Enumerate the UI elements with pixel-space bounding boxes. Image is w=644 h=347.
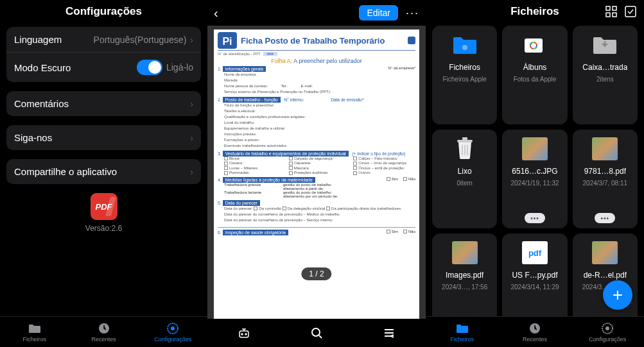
s4-sim: Sim — [392, 177, 398, 181]
grid-view-icon[interactable] — [605, 6, 617, 17]
tab-recent-label: Recentes — [523, 336, 547, 343]
s4-nao: Não — [408, 177, 415, 181]
clock-icon — [528, 322, 542, 335]
s1-right: N° da empresa* — [388, 66, 415, 70]
edit-button[interactable]: Editar — [359, 5, 398, 21]
search-icon[interactable] — [309, 326, 324, 340]
svg-rect-3 — [239, 331, 248, 337]
s1-fields: Nome da empresa:Morada:Nome pessoa de co… — [224, 72, 415, 95]
s5-l3: Data do parecer do conselheiro de preven… — [224, 217, 415, 223]
file-item[interactable]: 9781…8.pdf 2024/3/7, 08:11 ••• — [573, 130, 638, 228]
file-item[interactable]: Ficheiros Ficheiros Apple — [432, 26, 497, 124]
svg-point-12 — [462, 45, 467, 50]
row-follow[interactable]: Siga-nos › — [6, 125, 201, 150]
svg-rect-9 — [606, 13, 610, 17]
s4-rows: Trabalhadora grávidagestão do posto de t… — [218, 183, 415, 198]
s6-sim: Sim — [392, 230, 398, 233]
file-item[interactable]: 6516…c.JPG 2024/1/19, 11:32 ••• — [502, 130, 567, 228]
svg-rect-11 — [625, 6, 636, 17]
row-comments[interactable]: Comentários › — [6, 91, 201, 116]
gear-icon — [600, 322, 614, 335]
file-item[interactable]: Caixa…trada 2itens — [573, 26, 638, 124]
robot-icon[interactable] — [237, 326, 251, 340]
tab-recent[interactable]: Recentes — [498, 317, 571, 347]
file-more-button[interactable]: ••• — [525, 213, 545, 223]
tab-settings-label: Configurações — [154, 336, 191, 343]
s5-fields: Data do parecer: Da comissão Da delegaçã… — [224, 206, 415, 223]
svg-point-5 — [245, 334, 247, 335]
s5-num: 5. — [218, 201, 222, 205]
s2-fields: Título da função a preencher:Tarefas a e… — [224, 103, 415, 149]
s3-title: Vestuário de trabalho e equipamentos de … — [223, 151, 349, 157]
settings-title: Configurações — [0, 0, 207, 27]
select-icon[interactable] — [625, 6, 636, 17]
ident-value: ### — [263, 52, 277, 56]
tab-files-label: Ficheiros — [450, 336, 474, 343]
tab-files-label: Ficheiros — [23, 336, 47, 343]
folder-icon — [455, 322, 469, 335]
chevron-right-icon: › — [190, 35, 193, 45]
files-title: Ficheiros — [510, 5, 559, 18]
s4-title: Medidas ligadas à proteção da maternidad… — [223, 177, 315, 183]
file-sub: 2024/3/14, 11:29 — [510, 284, 559, 291]
file-sub: 2024/3…, 17:56 — [442, 284, 487, 291]
file-name: 9781…8.pdf — [584, 167, 626, 176]
svg-rect-18 — [462, 137, 467, 140]
tab-settings[interactable]: Configurações — [571, 317, 644, 347]
s2-title: Posto de trabalho - função — [223, 97, 281, 103]
tab-recent[interactable]: Recentes — [69, 317, 139, 347]
file-sub: Fotos da Apple — [514, 76, 557, 83]
row-language-label: Linguagem — [14, 34, 94, 45]
file-name: US F…py.pdf — [512, 271, 557, 280]
file-sub: 2024/1/19, 11:32 — [510, 180, 559, 187]
s3-num: 3. — [218, 151, 222, 156]
file-item[interactable]: Álbuns Fotos da Apple — [502, 26, 567, 124]
svg-point-4 — [241, 334, 243, 335]
menu-icon — [408, 37, 415, 44]
folder-icon — [28, 322, 42, 335]
app-icon: PDF — [91, 193, 117, 220]
svg-rect-17 — [457, 140, 473, 142]
file-more-button[interactable]: ••• — [595, 213, 615, 223]
s5-l2: Data do parecer do conselheiro de preven… — [224, 212, 415, 217]
document-container[interactable]: Pi Ficha Posto de Trabalho Temporário N°… — [207, 26, 426, 319]
row-language-value: Português(Portuguese) — [94, 35, 187, 45]
files-panel: Ficheiros Ficheiros Ficheiros Apple Álbu… — [426, 0, 644, 347]
file-name: Images.pdf — [446, 271, 483, 280]
files-header: Ficheiros — [426, 0, 644, 26]
file-name: Caixa…trada — [582, 63, 627, 72]
file-sub: 2024/3/7, 08:11 — [583, 180, 628, 187]
s2-mid: N° interno: — [284, 97, 304, 102]
app-version: Versão:2.6 — [6, 224, 201, 233]
doc-logo: Pi — [218, 32, 237, 49]
file-sub: Ficheiros Apple — [442, 76, 486, 83]
s2-num: 2. — [218, 97, 222, 102]
tab-files[interactable]: Ficheiros — [426, 317, 498, 347]
file-name: Lixo — [458, 167, 472, 176]
file-name: 6516…c.JPG — [512, 167, 557, 176]
viewer-toolbar — [207, 319, 426, 347]
row-follow-label: Siga-nos — [14, 132, 190, 143]
back-button[interactable]: ‹ — [214, 6, 218, 21]
add-button[interactable]: + — [603, 280, 632, 310]
doc-title: Ficha Posto de Trabalho Temporário — [241, 36, 385, 46]
list-icon[interactable] — [382, 326, 396, 340]
file-name: Álbuns — [523, 63, 547, 72]
s5-title: Data do parecer — [223, 200, 260, 206]
ident-label: N° de identificação - FPT — [218, 52, 261, 56]
darkmode-toggle[interactable] — [137, 60, 162, 75]
svg-rect-7 — [606, 6, 610, 10]
row-darkmode-hint: Ligá-lo — [166, 62, 193, 72]
file-item[interactable]: Lixo 0item — [432, 130, 497, 228]
file-sub: 2itens — [596, 76, 614, 83]
s6-title: Inspeção de saúde obrigatória — [223, 230, 288, 235]
more-button[interactable]: ··· — [406, 6, 419, 20]
row-language[interactable]: Linguagem Português(Portuguese) › — [6, 27, 201, 53]
tab-files[interactable]: Ficheiros — [0, 317, 69, 347]
row-share[interactable]: Compartilhe o aplicativo › — [6, 159, 201, 184]
s4-num: 4. — [218, 178, 222, 182]
s1-num: 1. — [218, 67, 222, 71]
row-share-label: Compartilhe o aplicativo — [14, 166, 190, 177]
tab-settings[interactable]: Configurações — [138, 317, 207, 347]
viewer-header: ‹ Editar ··· — [207, 0, 426, 26]
